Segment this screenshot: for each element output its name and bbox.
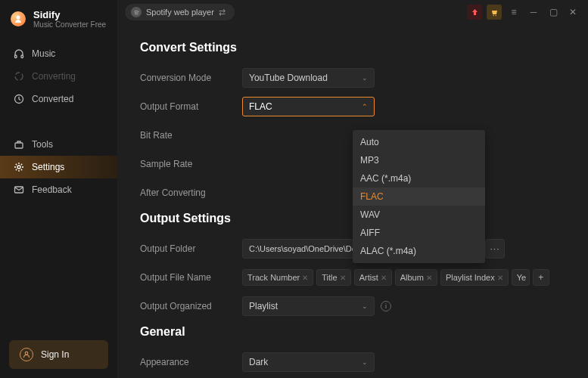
- svg-point-3: [15, 73, 23, 80]
- remove-tag-icon[interactable]: ✕: [426, 274, 432, 282]
- dropdown-option[interactable]: WAV: [353, 206, 485, 224]
- svg-point-8: [25, 352, 28, 355]
- remove-tag-icon[interactable]: ✕: [381, 274, 387, 282]
- brand-title: Sidify: [33, 9, 106, 20]
- chevron-down-icon: ⌄: [362, 74, 368, 82]
- switch-icon: ⇄: [219, 8, 226, 17]
- select-value: YouTube Download: [249, 73, 328, 83]
- label-output-format: Output Format: [140, 101, 242, 112]
- select-value: FLAC: [249, 101, 272, 112]
- sidebar-item-converted[interactable]: Converted: [0, 88, 117, 110]
- sidebar-item-tools[interactable]: Tools: [0, 133, 117, 156]
- sidebar-item-label: Converted: [32, 94, 73, 104]
- gear-icon: [14, 162, 24, 172]
- remove-tag-icon[interactable]: ✕: [302, 274, 308, 282]
- browse-folder-button[interactable]: ···: [485, 239, 505, 259]
- sidebar-item-feedback[interactable]: Feedback: [0, 178, 117, 201]
- sidebar-item-label: Settings: [32, 162, 64, 172]
- select-output-format[interactable]: FLAC ⌃: [242, 97, 375, 116]
- dropdown-option-selected[interactable]: FLAC: [353, 187, 485, 206]
- dropdown-option[interactable]: AAC (*.m4a): [353, 169, 485, 187]
- maximize-button[interactable]: ▢: [546, 5, 561, 20]
- svg-rect-5: [15, 143, 23, 148]
- toolbox-icon: [14, 139, 24, 150]
- user-icon: [20, 348, 33, 361]
- svg-point-6: [17, 166, 20, 169]
- label-after-converting: After Converting: [140, 187, 242, 198]
- svg-rect-1: [15, 55, 17, 58]
- source-label: Spotify web player: [146, 8, 214, 17]
- filename-tags: Track Number✕ Title✕ Artist✕ Album✕ Play…: [242, 269, 549, 286]
- select-value: Dark: [249, 357, 268, 367]
- svg-rect-2: [21, 55, 23, 58]
- label-output-organized: Output Organized: [140, 301, 242, 311]
- section-title-general: General: [140, 325, 565, 339]
- section-title-convert: Convert Settings: [140, 41, 565, 54]
- sidebar-item-converting[interactable]: Converting: [0, 65, 117, 88]
- minimize-button[interactable]: ─: [526, 5, 541, 20]
- select-conversion-mode[interactable]: YouTube Download ⌄: [242, 68, 375, 88]
- label-bit-rate: Bit Rate: [140, 130, 242, 141]
- sidebar-item-label: Music: [32, 48, 55, 59]
- label-appearance: Appearance: [140, 357, 242, 367]
- update-button[interactable]: [467, 5, 482, 20]
- chevron-down-icon: ⌄: [362, 358, 368, 366]
- dropdown-option[interactable]: ALAC (*.m4a): [353, 242, 485, 260]
- label-conversion-mode: Conversion Mode: [140, 73, 242, 83]
- menu-button[interactable]: ≡: [506, 5, 521, 20]
- sidebar-item-label: Converting: [32, 71, 76, 82]
- sidebar-item-settings[interactable]: Settings: [0, 156, 117, 178]
- select-appearance[interactable]: Dark ⌄: [242, 352, 375, 372]
- select-value: Playlist: [249, 301, 278, 311]
- filename-tag[interactable]: Title✕: [316, 269, 350, 286]
- label-output-folder: Output Folder: [140, 243, 242, 254]
- output-format-dropdown: Auto MP3 AAC (*.m4a) FLAC WAV AIFF ALAC …: [353, 130, 485, 263]
- chevron-up-icon: ⌃: [362, 103, 368, 110]
- filename-tag[interactable]: Playlist Index✕: [440, 269, 509, 286]
- shop-button[interactable]: [487, 5, 502, 20]
- sidebar-item-music[interactable]: Music: [0, 42, 117, 65]
- sidebar-item-label: Tools: [32, 139, 53, 150]
- sidebar-item-label: Feedback: [32, 184, 72, 195]
- sign-in-label: Sign In: [41, 349, 69, 360]
- brand: Sidify Music Converter Free: [0, 0, 117, 36]
- remove-tag-icon[interactable]: ✕: [340, 274, 346, 282]
- titlebar: Spotify web player ⇄ ≡ ─ ▢ ✕: [117, 0, 588, 24]
- filename-tag[interactable]: Ye: [512, 269, 530, 286]
- filename-tag[interactable]: Track Number✕: [242, 269, 313, 286]
- filename-tag[interactable]: Album✕: [395, 269, 437, 286]
- svg-point-0: [17, 16, 20, 20]
- filename-tag[interactable]: Artist✕: [354, 269, 392, 286]
- clock-icon: [14, 94, 24, 104]
- label-sample-rate: Sample Rate: [140, 159, 242, 169]
- source-pill[interactable]: Spotify web player ⇄: [125, 4, 235, 20]
- help-icon[interactable]: i: [381, 301, 391, 311]
- remove-tag-icon[interactable]: ✕: [497, 274, 503, 282]
- brand-subtitle: Music Converter Free: [33, 20, 106, 29]
- close-button[interactable]: ✕: [565, 5, 580, 20]
- select-output-organized[interactable]: Playlist ⌄: [242, 296, 375, 316]
- dropdown-option[interactable]: MP3: [353, 151, 485, 169]
- chevron-down-icon: ⌄: [362, 302, 368, 310]
- dropdown-option[interactable]: AIFF: [353, 224, 485, 242]
- dropdown-option[interactable]: Auto: [353, 133, 485, 151]
- add-tag-button[interactable]: +: [533, 269, 549, 286]
- label-output-filename: Output File Name: [140, 272, 242, 283]
- headphones-icon: [14, 48, 24, 59]
- spotify-icon: [131, 7, 142, 17]
- sign-in-button[interactable]: Sign In: [9, 340, 108, 369]
- loading-icon: [14, 71, 24, 82]
- app-logo-icon: [11, 11, 26, 26]
- mail-icon: [14, 184, 24, 195]
